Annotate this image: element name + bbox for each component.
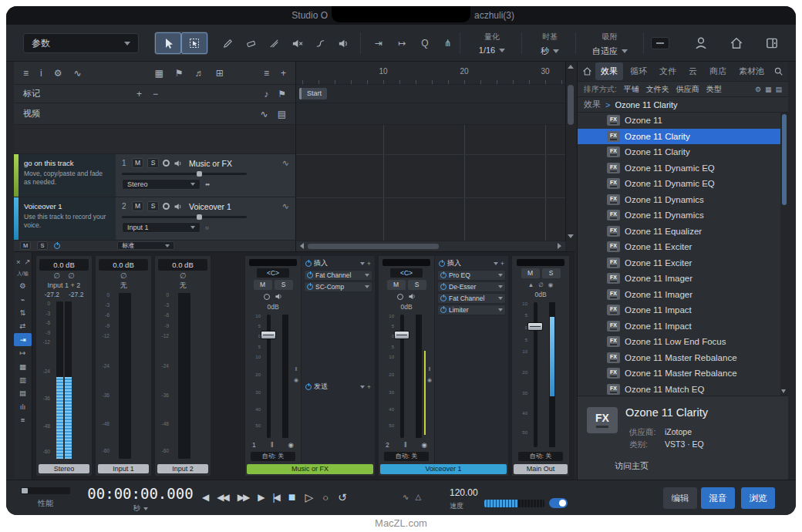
params-dropdown[interactable]: 参数 [23,33,139,53]
split-tool-button[interactable] [262,32,285,55]
breadcrumb-root[interactable]: 效果 [584,99,601,110]
mix-view-button[interactable]: 混音 [701,487,735,509]
vertical-scrollbar[interactable] [565,62,575,241]
io-dropdown[interactable]: Input 1 [122,222,200,233]
forward-button[interactable]: ▶▶ [238,492,248,503]
mono-icon[interactable]: ○ [205,224,208,231]
track-header-music[interactable]: go on this track Move, copy/paste and fa… [14,154,295,197]
mute-all-button[interactable]: M [20,241,31,250]
meter-icon[interactable]: ◉ [548,281,554,288]
monitor-button[interactable] [275,292,283,301]
input-source[interactable]: 无 [180,281,187,291]
fader-handle[interactable] [527,322,543,331]
scrollbar-thumb[interactable] [568,85,574,125]
browse-view-button[interactable]: 浏览 [741,487,775,509]
next-marker-button[interactable]: ▶ [258,492,263,503]
track-name[interactable]: Voiceover 1 [189,202,231,211]
automation-mode-button[interactable]: 自动: 关 [251,452,295,461]
phase-icon[interactable]: ∅ [180,271,187,280]
browser-tab[interactable]: 效果 [595,62,623,80]
phase-icon[interactable]: ∅ [53,271,60,280]
volume-slider[interactable] [122,216,247,218]
sort-option[interactable]: 文件夹 [646,84,669,95]
mixer-tool-icon[interactable]: × [14,255,23,268]
return-to-start-button[interactable]: |◀ [272,492,278,503]
browser-item[interactable]: FX Ozone 11 Dynamic EQ [578,176,780,192]
filter-wrench-icon[interactable]: ⚙ [755,86,761,93]
width-icon[interactable]: ‖ [295,366,297,372]
channel-name[interactable]: Input 1 [98,464,149,473]
sort-option[interactable]: 供应商 [676,84,699,95]
browser-item[interactable]: FX Ozone 11 [578,113,780,129]
caret-down-icon[interactable] [498,285,503,288]
add-marker-button[interactable]: + [136,89,142,99]
caret-down-icon[interactable] [360,386,365,389]
paint-tool-button[interactable] [216,32,239,55]
remove-marker-button[interactable]: − [153,89,158,99]
power-icon[interactable] [440,284,446,290]
caret-down-icon[interactable] [365,285,369,288]
insert-slot[interactable]: Fat Channel [304,270,372,281]
gain-display[interactable]: 0.0 dB [99,259,148,271]
automation-icon[interactable]: ∿ [73,68,81,79]
browser-item[interactable]: FX Ozone 11 Exciter [578,239,780,255]
power-icon[interactable] [439,261,445,267]
caret-down-icon[interactable] [494,262,498,265]
search-icon[interactable] [773,66,783,76]
insert-slot[interactable]: Limiter [437,305,506,315]
monitor-button[interactable] [174,159,183,168]
track-name[interactable]: Music or FX [189,159,232,168]
preroll-icon[interactable]: ∿ [403,493,409,501]
scrollbar-thumb[interactable] [308,244,439,249]
volume-slider[interactable] [122,173,247,175]
rewind-button[interactable]: ◀◀ [217,492,227,503]
layout-button[interactable] [651,37,669,49]
record-arm-button[interactable] [163,160,170,167]
browser-item[interactable]: FX Ozone 11 Master Rebalance [578,350,780,366]
mute-button[interactable]: M [132,158,143,168]
browser-tab[interactable]: 文件 [654,62,682,80]
mixer-tool-icon[interactable]: ⇥ [14,333,32,346]
prev-marker-button[interactable]: ◀ [202,492,207,503]
channel-strip-input1[interactable]: 0.0 dB ∅ 无 0-3-6-9-12-24-36-48-60 Input … [95,255,152,476]
channel-name[interactable]: Stereo [39,464,89,473]
caret-down-icon[interactable] [365,274,369,277]
metronome-icon[interactable]: △ [415,493,421,501]
power-icon[interactable] [440,272,446,278]
preset-dropdown[interactable]: 标准 [117,241,174,250]
browser-item[interactable]: FX Ozone 11 Equalizer [578,224,780,240]
channel-strip-mainout[interactable]: M S ▲ ∅ ◉ 0dB 105051020304050 自动: 关 Main… [511,255,570,476]
mixer-tool-icon[interactable]: ↦ [14,346,32,359]
add-insert-button[interactable]: + [500,260,504,268]
mixer-tool-icon[interactable]: ≡ [14,413,32,426]
loop-button[interactable]: ↺ [338,491,347,503]
record-arm-button[interactable] [397,294,403,300]
power-icon[interactable] [307,272,313,278]
browser-item[interactable]: FX Ozone 11 Imager [578,271,780,287]
play-button[interactable]: ▷ [305,491,313,503]
automation-mode-button[interactable]: 自动: 关 [384,452,429,461]
mute-button[interactable]: M [521,268,540,278]
marker-flag-icon[interactable]: ⚑ [175,68,184,79]
pan-display[interactable]: <C> [390,268,423,278]
mute-button[interactable]: M [254,280,272,290]
timeline-ruler[interactable]: 102030 [296,62,565,85]
scroll-right-icon[interactable] [558,243,561,249]
power-icon[interactable] [305,384,312,390]
browser-item[interactable]: FX Ozone 11 Match EQ [578,382,780,396]
phase-icon[interactable]: ∅ [538,281,544,288]
solo-button[interactable]: S [408,280,426,290]
edit-view-button[interactable]: 编辑 [663,487,697,509]
record-arm-button[interactable] [264,294,270,300]
home-icon[interactable] [728,35,745,52]
mixer-tool-icon[interactable]: ▥ [14,373,32,386]
sort-option[interactable]: 平铺 [624,84,639,95]
input-source[interactable]: 无 [120,281,127,291]
add-send-button[interactable]: + [367,383,371,391]
phase-icon[interactable]: ∅ [120,271,127,280]
pan-mode-icon[interactable]: ◉ [288,441,294,449]
mute-button[interactable]: M [387,280,406,290]
stereo-pan-icon[interactable]: ●● [205,182,209,187]
add-grid-icon[interactable]: ⊞ [216,68,224,79]
browser-item[interactable]: FX Ozone 11 Low End Focus [578,334,780,350]
